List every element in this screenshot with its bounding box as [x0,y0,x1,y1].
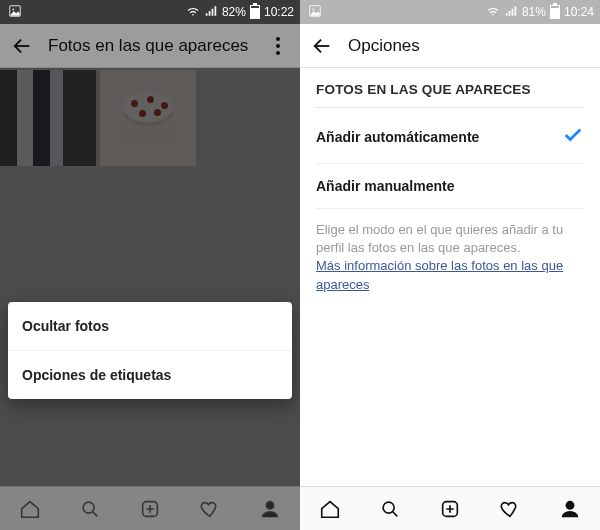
bottom-nav [0,486,300,530]
wifi-icon [186,4,200,21]
left-screen: 82% 10:22 Fotos en las que apareces [0,0,300,530]
picture-icon [308,4,322,21]
home-icon[interactable] [318,497,342,521]
tag-options-option[interactable]: Opciones de etiquetas [8,351,292,399]
battery-icon [550,5,560,19]
search-icon[interactable] [78,497,102,521]
profile-icon[interactable] [258,497,282,521]
battery-percent: 82% [222,5,246,19]
status-time: 10:22 [264,5,294,19]
help-text: Elige el modo en el que quieres añadir a… [316,209,584,294]
checkmark-icon [562,124,584,149]
signal-icon [204,4,218,21]
bottom-nav [300,486,600,530]
page-body: Ocultar fotos Opciones de etiquetas [0,68,300,486]
page-title: Fotos en las que apareces [48,36,252,56]
svg-point-9 [566,501,573,508]
back-icon[interactable] [310,34,334,58]
hide-photos-option[interactable]: Ocultar fotos [8,302,292,350]
learn-more-link[interactable]: Más información sobre las fotos en las q… [316,258,563,291]
status-bar: 81% 10:24 [300,0,600,24]
svg-point-2 [83,502,94,513]
status-bar: 82% 10:22 [0,0,300,24]
app-bar: Opciones [300,24,600,68]
wifi-icon [486,4,500,21]
option-label: Añadir automáticamente [316,129,479,145]
search-icon[interactable] [378,497,402,521]
svg-point-6 [312,8,314,10]
overflow-menu-icon[interactable] [266,34,290,58]
section-header: FOTOS EN LAS QUE APARECES [316,82,584,108]
option-add-automatically[interactable]: Añadir automáticamente [316,110,584,164]
page-body: FOTOS EN LAS QUE APARECES Añadir automát… [300,68,600,486]
activity-icon[interactable] [498,497,522,521]
picture-icon [8,4,22,21]
battery-icon [250,5,260,19]
back-icon[interactable] [10,34,34,58]
svg-point-1 [12,8,14,10]
activity-icon[interactable] [198,497,222,521]
option-add-manually[interactable]: Añadir manualmente [316,164,584,209]
home-icon[interactable] [18,497,42,521]
status-time: 10:24 [564,5,594,19]
app-bar: Fotos en las que apareces [0,24,300,68]
profile-icon[interactable] [558,497,582,521]
option-label: Añadir manualmente [316,178,454,194]
add-post-icon[interactable] [138,497,162,521]
battery-percent: 81% [522,5,546,19]
signal-icon [504,4,518,21]
page-title: Opciones [348,36,590,56]
add-post-icon[interactable] [438,497,462,521]
modal-backdrop[interactable] [0,68,300,486]
svg-point-7 [383,502,394,513]
right-screen: 81% 10:24 Opciones FOTOS EN LAS QUE APAR… [300,0,600,530]
svg-point-4 [266,501,273,508]
action-sheet: Ocultar fotos Opciones de etiquetas [8,302,292,399]
